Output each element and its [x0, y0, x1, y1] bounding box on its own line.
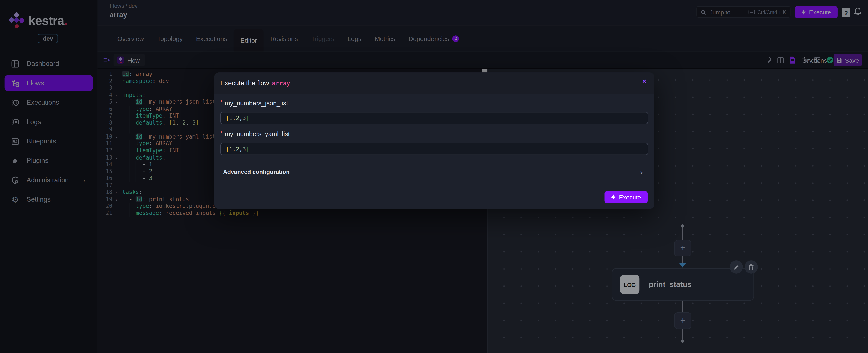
modal-flow-name: array	[272, 80, 290, 87]
input-label-json-list: *my_numbers_json_list	[220, 99, 288, 106]
modal-close-icon[interactable]: ✕	[642, 78, 647, 85]
required-asterisk: *	[220, 130, 222, 136]
chevron-right-icon: ›	[641, 168, 643, 176]
input-field-json-list[interactable]: [1,2,3]	[220, 112, 648, 124]
modal-header: Execute the flowarray	[214, 72, 654, 94]
advanced-configuration-label: Advanced configuration	[223, 168, 289, 175]
required-asterisk: *	[220, 99, 222, 105]
modal-execute-button[interactable]: Execute	[604, 191, 648, 203]
execute-flow-modal: Execute the flowarray ✕ *my_numbers_json…	[214, 72, 654, 209]
input-label-yaml-list: *my_numbers_yaml_list	[220, 130, 290, 138]
modal-execute-label: Execute	[619, 194, 641, 201]
advanced-configuration-toggle[interactable]: Advanced configuration ›	[220, 165, 648, 179]
lightning-bolt-icon	[611, 194, 616, 201]
kestra-app: kestra. dev Dashboard Flows Executions L…	[0, 0, 868, 353]
input-field-yaml-list[interactable]: [1,2,3]	[220, 143, 648, 155]
modal-title: Execute the flowarray	[220, 79, 290, 87]
